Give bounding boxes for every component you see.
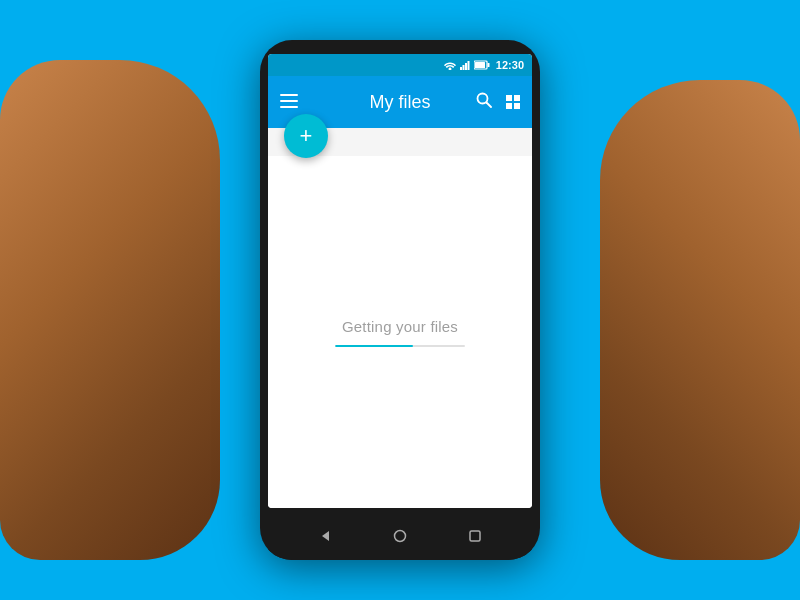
hand-right bbox=[600, 80, 800, 560]
svg-rect-0 bbox=[460, 67, 462, 70]
hand-left bbox=[0, 60, 220, 560]
recents-button[interactable] bbox=[455, 516, 495, 556]
fab-container: + bbox=[268, 128, 532, 156]
scene: 12:30 My files bbox=[0, 0, 800, 600]
loading-text: Getting your files bbox=[342, 318, 458, 335]
home-button[interactable] bbox=[380, 516, 420, 556]
back-button[interactable] bbox=[305, 516, 345, 556]
svg-rect-5 bbox=[487, 63, 489, 67]
app-bar-right bbox=[476, 92, 520, 112]
hamburger-menu-icon[interactable] bbox=[280, 94, 298, 111]
svg-rect-6 bbox=[475, 62, 485, 68]
svg-line-11 bbox=[487, 103, 492, 108]
app-bar-title: My files bbox=[369, 92, 430, 113]
progress-bar bbox=[335, 345, 465, 347]
svg-rect-9 bbox=[280, 106, 298, 108]
app-bar-left bbox=[280, 94, 298, 111]
status-icons: 12:30 bbox=[444, 59, 524, 71]
phone: 12:30 My files bbox=[260, 40, 540, 560]
search-icon[interactable] bbox=[476, 92, 492, 112]
svg-rect-14 bbox=[470, 531, 480, 541]
add-file-fab[interactable]: + bbox=[284, 114, 328, 158]
signal-icon bbox=[460, 60, 470, 70]
svg-rect-8 bbox=[280, 100, 298, 102]
clock: 12:30 bbox=[496, 59, 524, 71]
content-area: Getting your files bbox=[268, 156, 532, 508]
phone-screen: 12:30 My files bbox=[268, 54, 532, 508]
nav-bar bbox=[268, 512, 532, 560]
svg-rect-7 bbox=[280, 94, 298, 96]
svg-point-13 bbox=[394, 531, 405, 542]
svg-rect-1 bbox=[462, 65, 464, 70]
progress-bar-fill bbox=[335, 345, 413, 347]
wifi-icon bbox=[444, 60, 456, 70]
status-bar: 12:30 bbox=[268, 54, 532, 76]
svg-rect-2 bbox=[465, 63, 467, 70]
grid-view-icon[interactable] bbox=[506, 95, 520, 109]
svg-marker-12 bbox=[322, 531, 329, 541]
svg-rect-3 bbox=[467, 61, 469, 70]
battery-icon bbox=[474, 60, 490, 70]
fab-plus-icon: + bbox=[300, 125, 313, 147]
